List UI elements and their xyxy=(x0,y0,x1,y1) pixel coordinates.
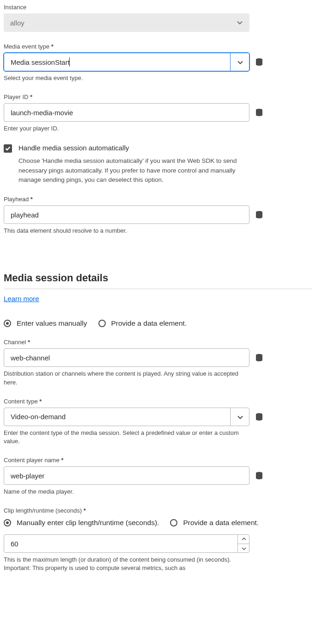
radio-manual[interactable] xyxy=(4,320,11,327)
instance-label: Instance xyxy=(4,4,312,11)
clip-length-label: Clip length/runtime (seconds) * xyxy=(4,507,312,514)
section-title: Media session details xyxy=(4,272,312,284)
clip-length-input[interactable]: 60 xyxy=(4,534,249,553)
playhead-input[interactable]: playhead xyxy=(4,205,249,224)
player-name-help: Name of the media player. xyxy=(4,488,249,496)
content-type-label: Content type * xyxy=(4,398,312,405)
radio-data-element-label: Provide a data element. xyxy=(111,319,187,328)
database-icon[interactable] xyxy=(255,211,263,219)
database-icon[interactable] xyxy=(255,353,263,362)
handle-auto-desc: Choose 'Handle media session automatical… xyxy=(18,156,249,185)
chevron-down-icon xyxy=(237,413,243,421)
handle-auto-label: Handle media session automatically xyxy=(18,144,129,152)
radio-data-element[interactable] xyxy=(98,320,106,327)
learn-more-link[interactable]: Learn more xyxy=(4,295,39,303)
clip-length-help: This is the maximum length (or duration)… xyxy=(4,556,249,572)
chevron-down-icon xyxy=(237,21,243,25)
playhead-label: Playhead * xyxy=(4,196,312,203)
channel-input[interactable]: web-channel xyxy=(4,348,249,367)
instance-select[interactable]: alloy xyxy=(4,13,249,32)
divider xyxy=(4,289,312,289)
channel-label: Channel * xyxy=(4,339,312,346)
content-type-dropdown-button[interactable] xyxy=(230,408,249,426)
database-icon[interactable] xyxy=(255,58,263,66)
media-event-type-help: Select your media event type. xyxy=(4,74,249,82)
database-icon[interactable] xyxy=(255,471,263,480)
input-mode-radio-group: Enter values manually Provide a data ele… xyxy=(4,319,312,328)
chevron-down-icon xyxy=(237,58,243,66)
stepper-down[interactable] xyxy=(238,544,249,553)
player-id-input[interactable]: launch-media-movie xyxy=(4,103,249,122)
playhead-help: This data element should resolve to a nu… xyxy=(4,227,249,235)
clip-radio-manual[interactable] xyxy=(4,519,11,526)
clip-radio-manual-label: Manually enter clip length/runtime (seco… xyxy=(17,519,159,527)
player-id-help: Enter your player ID. xyxy=(4,124,249,133)
clip-radio-element-label: Provide a data element. xyxy=(183,519,259,527)
content-type-help: Enter the content type of the media sess… xyxy=(4,429,249,446)
player-name-input[interactable]: web-player xyxy=(4,466,249,485)
channel-help: Distribution station or channels where t… xyxy=(4,370,249,386)
content-type-input[interactable]: Video-on-demand xyxy=(4,408,249,426)
media-event-type-dropdown-button[interactable] xyxy=(230,53,249,71)
player-id-label: Player ID * xyxy=(4,93,312,100)
player-name-label: Content player name * xyxy=(4,457,312,464)
instance-value: alloy xyxy=(10,19,24,27)
handle-auto-checkbox[interactable] xyxy=(4,144,12,153)
database-icon[interactable] xyxy=(255,413,263,421)
radio-manual-label: Enter values manually xyxy=(17,319,87,328)
media-event-type-label: Media event type * xyxy=(4,43,312,50)
clip-radio-element[interactable] xyxy=(170,519,177,526)
database-icon[interactable] xyxy=(255,108,263,117)
media-event-type-input[interactable]: Media sessionStart xyxy=(4,53,249,71)
stepper-up[interactable] xyxy=(238,534,249,544)
